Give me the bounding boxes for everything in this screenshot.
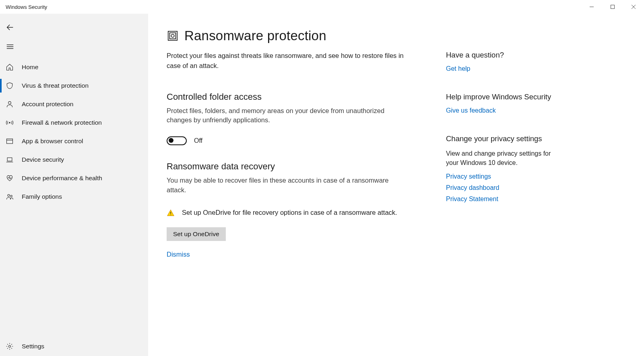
heart-icon — [6, 174, 22, 182]
svg-point-8 — [8, 101, 11, 104]
home-icon — [6, 63, 22, 71]
nav-label: Device security — [22, 156, 64, 163]
section-description: Protect files, folders, and memory areas… — [167, 106, 408, 126]
svg-point-21 — [170, 214, 171, 215]
warning-icon — [167, 209, 175, 217]
privacy-text: View and change privacy settings for you… — [446, 149, 559, 167]
svg-point-9 — [9, 122, 10, 123]
nav-label: Settings — [22, 343, 44, 350]
close-icon — [631, 4, 636, 9]
controlled-folder-toggle[interactable] — [167, 136, 187, 145]
section-heading: Controlled folder access — [167, 92, 422, 102]
nav-label: App & browser control — [22, 138, 83, 145]
get-help-link[interactable]: Get help — [446, 65, 583, 72]
nav-item-account[interactable]: Account protection — [0, 95, 148, 113]
sidebar: Home Virus & threat protection Account p… — [0, 14, 148, 356]
gear-icon — [6, 342, 22, 350]
aside-heading: Help improve Windows Security — [446, 93, 583, 101]
nav-item-settings[interactable]: Settings — [0, 337, 148, 356]
toggle-row: Off — [167, 136, 422, 145]
nav-list: Home Virus & threat protection Account p… — [0, 58, 148, 206]
feedback-block: Help improve Windows Security Give us fe… — [446, 93, 583, 114]
privacy-dashboard-link[interactable]: Privacy dashboard — [446, 184, 583, 191]
nav-item-virus-threat[interactable]: Virus & threat protection — [0, 76, 148, 95]
nav-item-family[interactable]: Family options — [0, 187, 148, 206]
privacy-statement-link[interactable]: Privacy Statement — [446, 195, 583, 203]
window-title: Windows Security — [6, 4, 47, 10]
nav-label: Firewall & network protection — [22, 119, 102, 126]
svg-point-14 — [8, 194, 10, 196]
back-button[interactable] — [0, 18, 148, 37]
nav-item-app-browser[interactable]: App & browser control — [0, 132, 148, 150]
nav-item-firewall[interactable]: Firewall & network protection — [0, 113, 148, 132]
main-column: Ransomware protection Protect your files… — [148, 14, 446, 356]
privacy-settings-link[interactable]: Privacy settings — [446, 173, 583, 180]
dismiss-link[interactable]: Dismiss — [167, 251, 190, 258]
ransomware-icon — [167, 30, 179, 42]
svg-point-19 — [171, 34, 174, 37]
page-description: Protect your files against threats like … — [167, 51, 408, 71]
help-block: Have a question? Get help — [446, 51, 583, 72]
nav-label: Device performance & health — [22, 175, 102, 182]
svg-rect-18 — [170, 33, 176, 39]
minimize-button[interactable] — [581, 0, 602, 14]
nav-item-home[interactable]: Home — [0, 58, 148, 76]
title-bar: Windows Security — [0, 0, 644, 14]
nav-label: Home — [22, 64, 38, 71]
shield-icon — [6, 82, 22, 90]
section-heading: Ransomware data recovery — [167, 161, 422, 172]
people-icon — [6, 193, 22, 201]
aside-column: Have a question? Get help Help improve W… — [446, 14, 599, 356]
hamburger-icon — [6, 42, 14, 51]
antenna-icon — [6, 119, 22, 127]
svg-point-16 — [9, 346, 11, 348]
controlled-folder-section: Controlled folder access Protect files, … — [167, 92, 422, 146]
page-header: Ransomware protection — [167, 28, 422, 43]
window-controls — [581, 0, 644, 14]
toggle-state: Off — [194, 137, 202, 144]
aside-heading: Change your privacy settings — [446, 134, 583, 143]
laptop-icon — [6, 156, 22, 164]
nav-label: Virus & threat protection — [22, 82, 89, 89]
content: Ransomware protection Protect your files… — [148, 14, 644, 356]
aside-heading: Have a question? — [446, 51, 583, 60]
maximize-icon — [610, 4, 615, 9]
feedback-link[interactable]: Give us feedback — [446, 107, 583, 114]
setup-onedrive-button[interactable]: Set up OneDrive — [167, 227, 226, 241]
warning-text: Set up OneDrive for file recovery option… — [182, 208, 397, 218]
close-button[interactable] — [623, 0, 644, 14]
nav-label: Account protection — [22, 101, 73, 108]
hamburger-button[interactable] — [0, 37, 148, 56]
svg-rect-10 — [7, 139, 13, 144]
svg-point-15 — [10, 195, 12, 197]
maximize-button[interactable] — [602, 0, 623, 14]
person-icon — [6, 100, 22, 108]
privacy-block: Change your privacy settings View and ch… — [446, 134, 583, 203]
minimize-icon — [589, 4, 594, 9]
back-arrow-icon — [6, 23, 14, 32]
svg-rect-1 — [611, 5, 615, 9]
nav-item-device-security[interactable]: Device security — [0, 150, 148, 169]
recovery-section: Ransomware data recovery You may be able… — [167, 161, 422, 258]
svg-rect-12 — [7, 158, 12, 161]
warning-row: Set up OneDrive for file recovery option… — [167, 208, 422, 218]
page-title: Ransomware protection — [184, 28, 326, 43]
nav-label: Family options — [22, 193, 62, 200]
nav-item-performance[interactable]: Device performance & health — [0, 169, 148, 187]
section-description: You may be able to recover files in thes… — [167, 176, 408, 195]
window-icon — [6, 137, 22, 145]
